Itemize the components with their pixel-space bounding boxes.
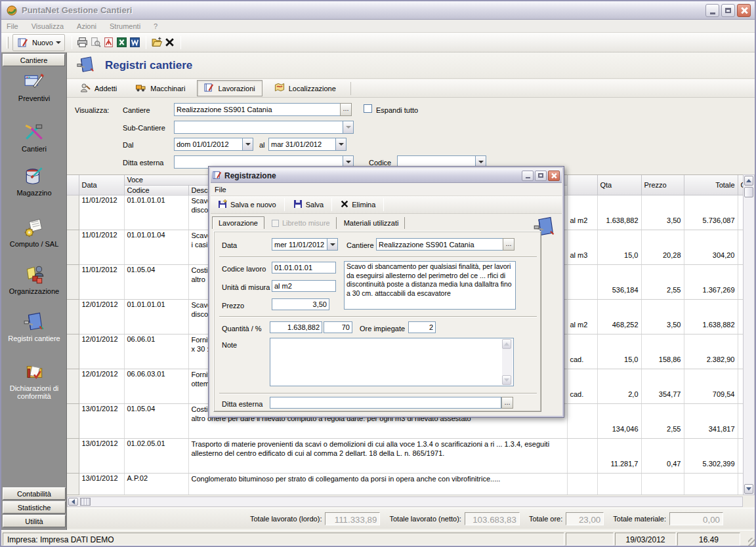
table-cell[interactable]: 2.382,90 [684,334,738,369]
libretto-checkbox[interactable] [272,220,279,227]
ditta-esterna-browse-button[interactable] [501,397,513,409]
table-cell[interactable]: 06.06.01 [124,334,188,369]
table-cell[interactable]: 12/01/2012 [79,299,124,334]
open-folder-icon[interactable] [150,36,163,49]
sidebar-group-utilita[interactable]: Utilità [3,515,66,527]
menu-strumenti[interactable]: Strumenti [110,22,140,30]
table-cell[interactable]: al m2 [567,299,597,334]
table-cell[interactable]: 01.01.01.04 [124,230,188,264]
table-cell[interactable] [738,473,743,495]
minimize-button[interactable] [705,4,719,17]
scroll-down-button[interactable] [502,375,511,385]
table-cell[interactable]: 20,28 [641,230,684,264]
sidebar-item-dichiarazioni[interactable]: Dichiarazioni di conformità [1,361,67,400]
table-horizontal-scrollbar[interactable] [67,496,743,507]
note-scrollbar[interactable] [502,339,513,385]
table-cell[interactable] [738,195,743,230]
cantiere-input[interactable] [174,103,341,116]
close-button[interactable] [737,4,751,17]
row-selector[interactable] [67,473,79,495]
table-cell[interactable]: al m2 [567,195,597,230]
elimina-button[interactable]: Elimina [336,198,379,211]
table-cell[interactable]: 06.06.03.01 [124,369,188,403]
table-cell[interactable] [641,473,684,495]
percentuale-input[interactable] [324,321,352,333]
table-cell[interactable] [738,438,743,473]
sub-cantiere-input[interactable] [174,121,343,134]
col-header-prezzo[interactable]: Prezzo [641,175,684,195]
tab-lavorazione[interactable]: Lavorazione [212,216,264,229]
table-cell[interactable]: al m3 [567,230,597,264]
resize-grip[interactable] [748,538,756,546]
maximize-button[interactable] [721,4,735,17]
note-textarea[interactable] [270,338,514,386]
menu-azioni[interactable]: Azioni [77,22,96,30]
table-cell[interactable]: 01.02.05.01 [124,438,188,473]
sidebar-group-statistiche[interactable]: Statistiche [3,501,66,514]
table-cell[interactable]: 11.281,7 [597,438,641,473]
table-cell[interactable] [738,299,743,334]
ditta-esterna-input[interactable] [270,397,501,409]
sidebar-group-contabilita[interactable]: Contabilità [3,487,66,500]
print-preview-icon[interactable] [89,36,102,49]
prezzo-input[interactable] [272,298,329,310]
col-header-codice[interactable]: Codice [124,185,188,195]
table-cell[interactable]: 11/01/2012 [79,195,124,230]
table-cell[interactable]: 468,252 [597,299,641,334]
data-input[interactable] [272,238,327,251]
table-cell[interactable]: 13/01/2012 [79,473,124,495]
row-selector[interactable] [67,230,79,264]
table-cell[interactable]: 134,046 [597,403,641,438]
sidebar-item-magazzino[interactable]: Magazzino [1,165,67,197]
table-cell[interactable]: 15,0 [597,230,641,264]
dialog-minimize-button[interactable] [522,171,534,181]
table-cell[interactable] [738,334,743,369]
col-header-extra[interactable]: C [738,175,743,195]
word-export-icon[interactable] [129,36,142,49]
vertical-scroll-thumb[interactable] [744,187,753,197]
salva-e-nuovo-button[interactable]: Salva e nuovo [213,197,280,212]
print-icon[interactable] [76,36,89,49]
scroll-down-button[interactable] [744,484,753,494]
table-cell[interactable]: 01.01.01.01 [124,195,188,230]
unita-misura-input[interactable] [272,280,336,292]
row-selector[interactable] [67,299,79,334]
table-cell[interactable]: 3,50 [641,299,684,334]
dal-date-input[interactable] [174,138,243,151]
table-cell[interactable]: cad. [567,334,597,369]
table-cell[interactable]: 2,55 [641,403,684,438]
tab-libretto-misure[interactable]: Libretto misure [266,217,337,229]
menu-file[interactable]: File [7,22,18,30]
table-cell[interactable]: 1.638,882 [684,299,738,334]
table-cell[interactable] [684,473,738,495]
col-header-totale[interactable]: Totale [684,175,738,195]
table-cell[interactable]: 11/01/2012 [79,230,124,264]
sidebar-group-cantiere[interactable]: Cantiere [3,54,65,66]
table-cell[interactable]: cad. [567,369,597,403]
table-cell[interactable]: 1.638,882 [597,195,641,230]
dal-dropdown-button[interactable] [242,138,253,151]
tab-materiali-utilizzati[interactable]: Materiali utilizzati [338,217,406,229]
table-cell[interactable] [738,264,743,299]
table-cell[interactable]: 3,50 [641,195,684,230]
table-cell[interactable] [567,264,597,299]
table-cell[interactable]: 12/01/2012 [79,369,124,403]
delete-icon[interactable] [163,36,177,49]
tab-addetti[interactable]: Addetti [74,81,123,96]
horizontal-scroll-thumb[interactable] [80,498,91,506]
excel-export-icon[interactable] [116,36,129,49]
sidebar-item-organizzazione[interactable]: Organizzazione [1,264,67,295]
table-cell[interactable]: 13/01/2012 [79,403,124,438]
row-selector[interactable] [67,334,79,369]
menu-visualizza[interactable]: Visualizza [32,22,64,30]
menu-help[interactable]: ? [154,22,158,30]
table-cell[interactable]: 341,817 [684,403,738,438]
scroll-up-button[interactable] [502,339,511,349]
table-cell[interactable]: 11/01/2012 [79,264,124,299]
row-selector[interactable] [67,264,79,299]
dialog-maximize-button[interactable] [535,171,547,181]
row-selector[interactable] [67,438,79,473]
table-row[interactable]: 13/01/2012A.P.02Conglomerato bituminoso … [67,473,743,495]
table-cell[interactable]: Trasporto di materie provenienti da scav… [188,438,567,473]
table-cell[interactable] [567,403,597,438]
